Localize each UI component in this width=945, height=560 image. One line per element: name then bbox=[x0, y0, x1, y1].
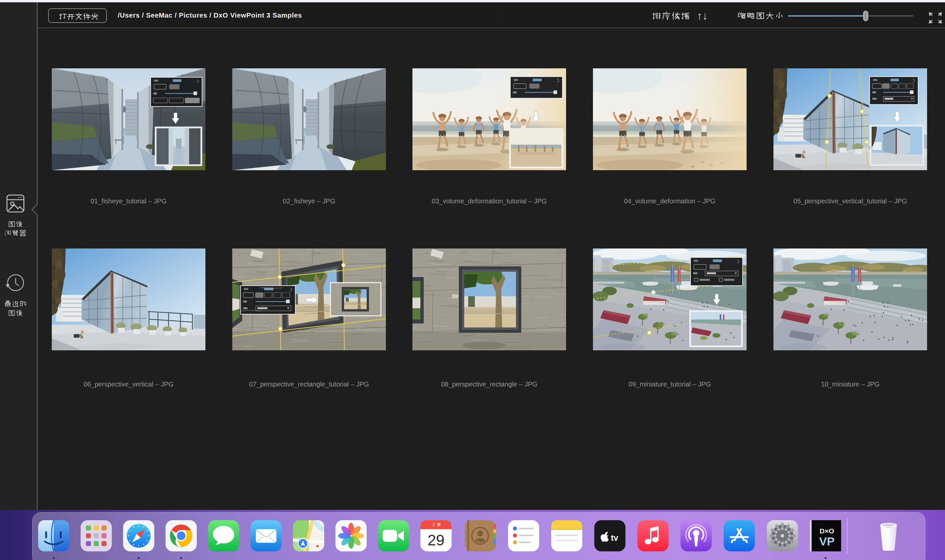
svg-text:7: 7 bbox=[432, 522, 435, 528]
svg-text:tv: tv bbox=[611, 533, 618, 542]
svg-text:D×O: D×O bbox=[820, 527, 834, 535]
svg-text:VP: VP bbox=[819, 535, 835, 548]
svg-text:↑↓: ↑↓ bbox=[697, 9, 708, 22]
svg-text:29: 29 bbox=[427, 531, 444, 549]
